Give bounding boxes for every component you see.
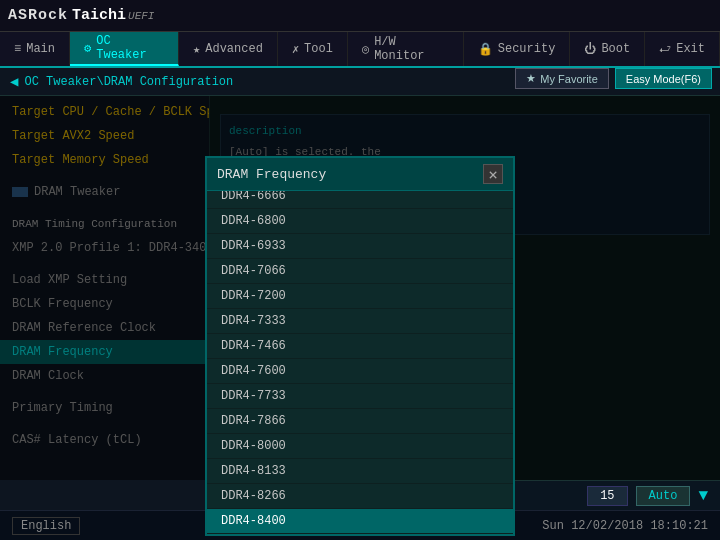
main-content: Target CPU / Cache / BCLK Speed Target A… xyxy=(0,96,720,510)
tab-boot-label: Boot xyxy=(601,42,630,56)
dram-frequency-modal: DRAM Frequency × DDR4-6533DDR4-6666DDR4-… xyxy=(205,156,515,536)
tab-main-label: Main xyxy=(26,42,55,56)
cas-value: 15 xyxy=(587,486,627,506)
breadcrumb-back-icon[interactable]: ◀ xyxy=(10,73,18,90)
datetime-display: Sun 12/02/2018 18:10:21 xyxy=(542,519,708,533)
tab-tool[interactable]: ✗ Tool xyxy=(278,32,348,66)
security-icon: 🔒 xyxy=(478,42,493,57)
modal-item-ddr4-8000[interactable]: DDR4-8000 xyxy=(207,434,513,459)
tool-icon: ✗ xyxy=(292,42,299,57)
modal-item-ddr4-8133[interactable]: DDR4-8133 xyxy=(207,459,513,484)
modal-item-ddr4-7600[interactable]: DDR4-7600 xyxy=(207,359,513,384)
cas-dropdown-icon[interactable]: ▼ xyxy=(698,487,708,505)
modal-overlay: DRAM Frequency × DDR4-6533DDR4-6666DDR4-… xyxy=(0,96,720,480)
tab-boot[interactable]: ⏻ Boot xyxy=(570,32,645,66)
hw-icon: ◎ xyxy=(362,42,369,57)
modal-item-ddr4-6933[interactable]: DDR4-6933 xyxy=(207,234,513,259)
logo-uefi: UEFI xyxy=(128,10,154,22)
favorite-label: My Favorite xyxy=(540,73,597,85)
tab-tool-label: Tool xyxy=(304,42,333,56)
modal-close-button[interactable]: × xyxy=(483,164,503,184)
easy-mode-label: Easy Mode(F6) xyxy=(626,73,701,85)
tab-hw-label: H/W Monitor xyxy=(374,35,449,63)
tab-exit-label: Exit xyxy=(676,42,705,56)
tab-oc-label: OC Tweaker xyxy=(96,34,164,62)
tab-hw-monitor[interactable]: ◎ H/W Monitor xyxy=(348,32,464,66)
star-icon: ★ xyxy=(526,72,536,85)
cas-auto: Auto xyxy=(636,486,691,506)
top-bar: ASRock Taichi UEFI xyxy=(0,0,720,32)
tab-exit[interactable]: ⮐ Exit xyxy=(645,32,720,66)
modal-header: DRAM Frequency × xyxy=(207,158,513,191)
modal-item-ddr4-8400[interactable]: DDR4-8400 xyxy=(207,509,513,534)
oc-icon: ⚙ xyxy=(84,41,91,56)
logo-taichi: Taichi xyxy=(72,7,126,24)
tab-oc-tweaker[interactable]: ⚙ OC Tweaker xyxy=(70,32,179,66)
advanced-icon: ★ xyxy=(193,42,200,57)
breadcrumb: OC Tweaker\DRAM Configuration xyxy=(24,75,233,89)
modal-item-ddr4-7866[interactable]: DDR4-7866 xyxy=(207,409,513,434)
modal-item-ddr4-7733[interactable]: DDR4-7733 xyxy=(207,384,513,409)
modal-list[interactable]: DDR4-6533DDR4-6666DDR4-6800DDR4-6933DDR4… xyxy=(207,191,513,534)
tab-advanced[interactable]: ★ Advanced xyxy=(179,32,278,66)
main-icon: ≡ xyxy=(14,42,21,56)
logo-asrock: ASRock xyxy=(8,7,68,24)
modal-item-ddr4-7066[interactable]: DDR4-7066 xyxy=(207,259,513,284)
modal-item-ddr4-7200[interactable]: DDR4-7200 xyxy=(207,284,513,309)
modal-item-ddr4-7466[interactable]: DDR4-7466 xyxy=(207,334,513,359)
easy-mode-button[interactable]: Easy Mode(F6) xyxy=(615,68,712,89)
modal-item-ddr4-8266[interactable]: DDR4-8266 xyxy=(207,484,513,509)
tab-main[interactable]: ≡ Main xyxy=(0,32,70,66)
tab-security-label: Security xyxy=(498,42,556,56)
tab-advanced-label: Advanced xyxy=(205,42,263,56)
exit-icon: ⮐ xyxy=(659,42,671,57)
my-favorite-button[interactable]: ★ My Favorite xyxy=(515,68,608,89)
tab-security[interactable]: 🔒 Security xyxy=(464,32,571,66)
modal-item-ddr4-6800[interactable]: DDR4-6800 xyxy=(207,209,513,234)
modal-title: DRAM Frequency xyxy=(217,167,326,182)
nav-tabs: ≡ Main ⚙ OC Tweaker ★ Advanced ✗ Tool ◎ … xyxy=(0,32,720,68)
modal-item-ddr4-7333[interactable]: DDR4-7333 xyxy=(207,309,513,334)
boot-icon: ⏻ xyxy=(584,42,596,57)
top-right-buttons: ★ My Favorite Easy Mode(F6) xyxy=(515,68,712,89)
modal-item-ddr4-6666[interactable]: DDR4-6666 xyxy=(207,191,513,209)
language-selector[interactable]: English xyxy=(12,517,80,535)
